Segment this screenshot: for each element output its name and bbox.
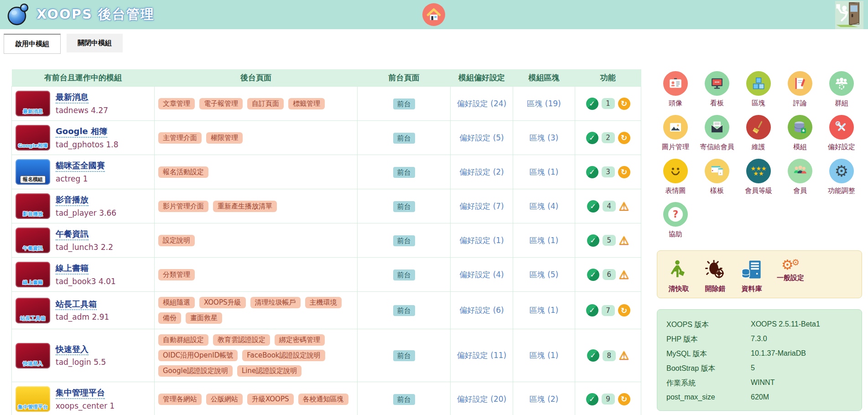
module-name-link[interactable]: 影音播放 — [56, 195, 88, 206]
warning-icon[interactable]: ⚠ — [619, 269, 629, 280]
admin-page-button[interactable]: OIDC沿用OpenID帳號 — [158, 350, 238, 361]
module-icon[interactable]: 線上書籍 — [16, 262, 50, 287]
front-page-badge[interactable]: 前台 — [393, 270, 415, 280]
sidebar-item-gear[interactable]: ⚙功能調整 — [823, 159, 860, 195]
front-page-badge[interactable]: 前台 — [393, 167, 415, 178]
module-name-link[interactable]: 線上書籍 — [56, 263, 88, 275]
admin-page-button[interactable]: 設定說明 — [158, 235, 195, 246]
module-order-badge[interactable]: 5 — [603, 235, 616, 246]
blocks-link[interactable]: 區塊 (3) — [530, 133, 558, 142]
admin-page-button[interactable]: 清理垃圾帳戶 — [250, 297, 301, 308]
update-refresh-icon[interactable]: ↻ — [618, 166, 630, 178]
exit-logout-icon[interactable] — [835, 1, 863, 29]
sidebar-item-comment[interactable]: 評論 — [781, 71, 819, 108]
admin-page-button[interactable]: 各校通知區塊 — [298, 394, 348, 405]
module-name-link[interactable]: 站長工具箱 — [56, 299, 97, 311]
sidebar-item-help[interactable]: ?協助 — [657, 202, 694, 239]
module-name-link[interactable]: Google 相簿 — [56, 126, 107, 138]
update-refresh-icon[interactable]: ↻ — [618, 393, 630, 405]
module-order-badge[interactable]: 4 — [603, 201, 616, 212]
admin-page-button[interactable]: 主機環境 — [305, 297, 342, 308]
enabled-check-icon[interactable]: ✓ — [586, 393, 598, 405]
preferences-link[interactable]: 偏好設定 (4) — [459, 270, 504, 279]
module-order-badge[interactable]: 1 — [602, 98, 615, 109]
update-refresh-icon[interactable]: ↻ — [618, 304, 630, 316]
preferences-link[interactable]: 偏好設定 (20) — [457, 394, 506, 404]
front-page-badge[interactable]: 前台 — [393, 201, 415, 212]
warning-icon[interactable]: ⚠ — [619, 201, 629, 212]
admin-page-button[interactable]: 教育雲認證設定 — [213, 334, 270, 346]
front-page-badge[interactable]: 前台 — [393, 350, 415, 361]
enabled-check-icon[interactable]: ✓ — [587, 349, 599, 362]
admin-page-button[interactable]: 主管理介面 — [158, 132, 202, 144]
module-icon[interactable]: 報名模組 — [16, 159, 50, 185]
tool-cache[interactable]: 清快取 — [667, 258, 690, 293]
admin-page-button[interactable]: XOOPS升級 — [199, 297, 246, 308]
preferences-link[interactable]: 偏好設定 (7) — [459, 202, 504, 211]
blocks-link[interactable]: 區塊 (4) — [530, 202, 558, 211]
admin-page-button[interactable]: 備份 — [158, 312, 181, 324]
admin-page-button[interactable]: 畫面救星 — [186, 312, 222, 324]
preferences-link[interactable]: 偏好設定 (11) — [457, 351, 506, 360]
tab-disabled-modules[interactable]: 關閉中模組 — [67, 34, 123, 52]
sidebar-item-module-db[interactable]: 模組 — [781, 115, 819, 151]
admin-page-button[interactable]: 公版網站 — [206, 394, 243, 405]
sidebar-item-tools[interactable]: 偏好設定 — [823, 115, 860, 151]
admin-page-button[interactable]: 模組隨選 — [158, 297, 195, 308]
front-page-badge[interactable]: 前台 — [393, 394, 415, 405]
sidebar-item-smiley[interactable]: 表情圖 — [657, 159, 694, 195]
preferences-link[interactable]: 偏好設定 (24) — [457, 99, 506, 108]
module-name-link[interactable]: 最新消息 — [56, 92, 88, 104]
enabled-check-icon[interactable]: ✓ — [587, 200, 599, 213]
preferences-link[interactable]: 偏好設定 (2) — [459, 167, 504, 176]
admin-page-button[interactable]: 標籤管理 — [288, 98, 325, 109]
admin-page-button[interactable]: 綁定密碼管理 — [275, 334, 325, 346]
module-name-link[interactable]: 貓咪盃全國賽 — [56, 161, 105, 172]
front-page-badge[interactable]: 前台 — [393, 235, 415, 246]
xoops-logo-icon[interactable] — [6, 3, 30, 26]
admin-page-button[interactable]: 影片管理介面 — [158, 201, 208, 212]
admin-page-button[interactable]: 升級XOOPS — [247, 394, 294, 405]
enabled-check-icon[interactable]: ✓ — [587, 234, 599, 247]
sidebar-item-blocks[interactable]: 區塊 — [740, 71, 777, 108]
sidebar-item-board[interactable]: 看板 — [698, 71, 736, 108]
admin-page-button[interactable]: Google認證設定說明 — [158, 365, 233, 377]
warning-icon[interactable]: ⚠ — [619, 235, 629, 246]
blocks-link[interactable]: 區塊 (1) — [530, 306, 558, 315]
blocks-link[interactable]: 區塊 (5) — [530, 270, 558, 279]
admin-page-button[interactable]: 自動群組設定 — [158, 334, 208, 346]
module-order-badge[interactable]: 9 — [602, 394, 615, 405]
module-name-link[interactable]: 快速登入 — [56, 344, 88, 356]
blocks-link[interactable]: 區塊 (1) — [530, 236, 558, 245]
admin-page-button[interactable]: FaceBook認證設定說明 — [242, 350, 325, 361]
tool-gears[interactable]: ⚙⚙一般設定 — [777, 258, 804, 293]
sidebar-item-mail[interactable]: 寄信給會員 — [698, 115, 736, 151]
module-icon[interactable]: 集中管理平台 — [16, 386, 50, 412]
tab-active-modules[interactable]: 啟用中模組 — [4, 34, 61, 54]
sidebar-item-groups[interactable]: 群組 — [823, 71, 860, 108]
sidebar-item-avatar[interactable]: 頭像 — [657, 71, 694, 108]
blocks-link[interactable]: 區塊 (19) — [527, 99, 561, 108]
admin-page-button[interactable]: 分類管理 — [158, 269, 195, 280]
blocks-link[interactable]: 區塊 (1) — [530, 351, 558, 360]
sidebar-item-picture[interactable]: 圖片管理 — [657, 115, 694, 151]
module-icon[interactable]: 快速登入 — [16, 343, 50, 368]
warning-icon[interactable]: ⚠ — [619, 350, 629, 361]
module-icon[interactable]: 站長工具箱 — [16, 298, 50, 323]
blocks-link[interactable]: 區塊 (1) — [530, 167, 558, 176]
admin-page-button[interactable]: 電子報管理 — [199, 98, 243, 109]
front-page-badge[interactable]: 前台 — [393, 133, 415, 144]
module-order-badge[interactable]: 6 — [603, 269, 616, 280]
front-page-badge[interactable]: 前台 — [393, 99, 415, 109]
admin-page-button[interactable]: 管理各網站 — [158, 394, 202, 405]
module-name-link[interactable]: 午餐資訊 — [56, 229, 88, 240]
update-refresh-icon[interactable]: ↻ — [618, 132, 630, 144]
module-icon[interactable]: 午餐資訊 — [16, 228, 50, 253]
admin-page-button[interactable]: 自訂頁面 — [247, 98, 284, 109]
sidebar-item-broom[interactable]: 維護 — [740, 115, 777, 151]
sidebar-item-templates[interactable]: 樣板 — [698, 159, 736, 195]
front-page-badge[interactable]: 前台 — [393, 305, 415, 316]
module-icon[interactable]: Google相簿 — [16, 125, 50, 150]
enabled-check-icon[interactable]: ✓ — [586, 166, 598, 178]
admin-page-button[interactable]: Line認證設定說明 — [237, 365, 301, 377]
